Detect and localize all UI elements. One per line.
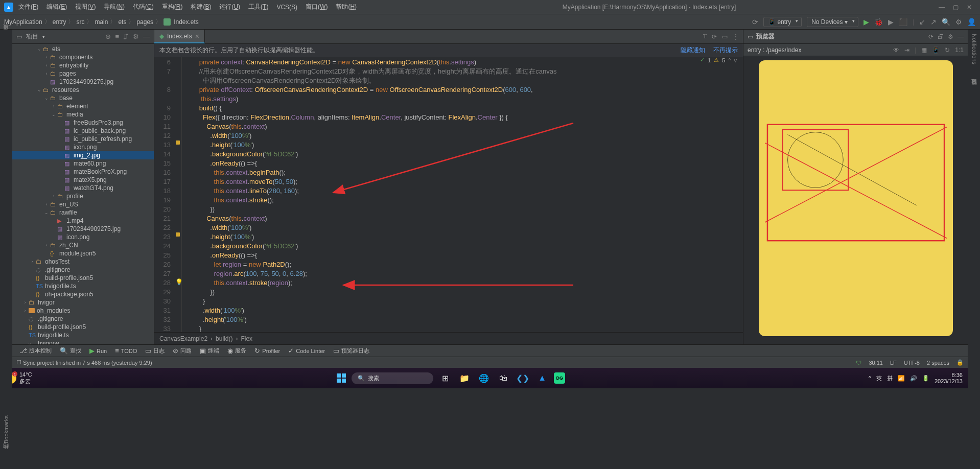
tool-vcs[interactable]: ⎇版本控制 (16, 346, 55, 356)
tree-item[interactable]: TShvigorfile.ts (12, 331, 154, 339)
project-tree[interactable]: ⌄🗀ets›🗀components›🗀entryability›🗀pages▨1… (12, 44, 154, 344)
tree-item[interactable]: ▨mate60.png (12, 159, 154, 168)
hide-preview-icon[interactable]: — (958, 33, 964, 40)
phone-icon[interactable]: 📱 (932, 46, 940, 54)
menu-refactor[interactable]: 重构(R) (159, 2, 186, 12)
ime-indicator[interactable]: 拼 (887, 374, 893, 382)
menu-view[interactable]: 视图(V) (72, 2, 99, 12)
tw-notifications[interactable]: Notifications (970, 32, 978, 66)
tree-item[interactable]: ▨ic_public_refresh.png (12, 135, 154, 143)
breadcrumb-item[interactable]: Index.ets (174, 18, 199, 26)
minimize-button[interactable]: — (939, 4, 945, 11)
inspection-marker[interactable] (176, 232, 180, 237)
commit-icon[interactable]: ↗ (930, 18, 937, 26)
tree-item[interactable]: ›🗀ohosTest (12, 257, 154, 266)
tree-item[interactable]: ▨mateBookProX.png (12, 168, 154, 176)
lang-indicator[interactable]: 英 (876, 374, 882, 382)
eye-icon[interactable]: 👁 (893, 46, 899, 54)
settings-icon[interactable]: ⚙ (955, 18, 962, 26)
tree-item[interactable]: {}build-profile.json5 (12, 323, 154, 331)
font-icon[interactable]: T (703, 33, 707, 40)
debug-icon[interactable]: 🐞 (874, 18, 883, 26)
breadcrumb-item[interactable]: ets (118, 18, 126, 26)
code-content[interactable]: private context: CanvasRenderingContext2… (182, 57, 743, 332)
breadcrumb-item[interactable]: pages (136, 18, 153, 26)
tree-item[interactable]: ›oh_modules (12, 307, 154, 315)
lock-icon[interactable]: 🔒 (956, 359, 964, 366)
tree-item[interactable]: ▨icon.png (12, 143, 154, 151)
datagrip-icon[interactable]: DG (554, 372, 565, 384)
menu-vcs[interactable]: VCS(S) (273, 3, 300, 12)
taskbar-search[interactable]: 🔍 搜索 (352, 372, 433, 384)
tool-log[interactable]: ▭日志 (142, 346, 168, 356)
tree-item[interactable]: TShvigorfile.ts (12, 282, 154, 290)
preview-settings-icon[interactable]: ⚙ (948, 33, 953, 40)
hide-notice-link[interactable]: 隐藏通知 (681, 46, 705, 55)
vscode-icon[interactable]: ❮❯ (515, 370, 530, 386)
tree-item[interactable]: ›🗀en_US (12, 200, 154, 208)
encoding[interactable]: UTF-8 (904, 360, 920, 366)
tree-item[interactable]: ⌄🗀ets (12, 45, 154, 53)
tw-project[interactable]: 项目 (1, 32, 11, 36)
avatar-icon[interactable]: 👤 (967, 18, 976, 26)
tree-item[interactable]: ⌄🗀resources (12, 86, 154, 94)
tree-item[interactable]: ›🗀profile (12, 192, 154, 200)
preview-canvas[interactable] (743, 56, 968, 344)
close-tab-icon[interactable]: × (195, 32, 199, 40)
coverage-icon[interactable]: ▶ (888, 18, 894, 26)
attach-icon[interactable]: ⬛ (899, 18, 907, 26)
rotate-icon[interactable]: ↻ (945, 46, 950, 54)
volume-icon[interactable]: 🔊 (910, 375, 917, 382)
tree-item[interactable]: ▨mateX5.png (12, 176, 154, 184)
code-editor[interactable]: ✓1 ⚠5 ^ v 67 8 9101112131415161718192021… (154, 57, 743, 332)
breadcrumb-item[interactable]: main (95, 18, 108, 26)
menu-run[interactable]: 运行(U) (216, 2, 243, 12)
preview-zoom-icon[interactable]: 🗗 (938, 33, 944, 40)
refresh-icon[interactable]: ⟳ (712, 33, 717, 40)
hide-panel-icon[interactable]: — (143, 33, 150, 40)
devices-dropdown[interactable]: No Devices ▾ (807, 17, 858, 27)
search-icon[interactable]: 🔍 (942, 18, 950, 26)
preview-refresh-icon[interactable]: ⟳ (928, 33, 934, 40)
inspection-marker[interactable] (176, 140, 180, 145)
crumb-method[interactable]: build() (216, 335, 232, 342)
tree-item[interactable]: ◌.gitignore (12, 266, 154, 274)
chevron-up-icon[interactable]: ^ (728, 57, 731, 63)
tree-item[interactable]: ◌.gitignore (12, 315, 154, 323)
tree-item[interactable]: ▨1702344909275.jpg (12, 78, 154, 86)
tree-item[interactable]: ▨icon.png (12, 233, 154, 241)
system-clock[interactable]: 8:36 2023/12/13 (935, 372, 963, 384)
tree-item[interactable]: ›🗀components (12, 53, 154, 61)
run-icon[interactable]: ▶ (864, 18, 869, 26)
menu-build[interactable]: 构建(B) (188, 2, 214, 12)
fit-icon[interactable]: 1:1 (955, 46, 964, 54)
tree-item[interactable]: ▨watchGT4.png (12, 184, 154, 192)
sync-icon[interactable]: ⟳ (752, 18, 758, 26)
tree-item[interactable]: ›🗀pages (12, 69, 154, 78)
tool-todo[interactable]: ≡TODO (112, 346, 140, 356)
tree-item[interactable]: ⌄🗀base (12, 94, 154, 102)
panel-settings-icon[interactable]: ⚙ (133, 33, 139, 40)
tree-item[interactable]: ▨1702344909275.jpg (12, 225, 154, 233)
menu-tools[interactable]: 工具(T) (245, 2, 271, 12)
indent[interactable]: 2 spaces (927, 360, 949, 366)
close-button[interactable]: ✕ (967, 4, 972, 11)
tool-profiler[interactable]: ↻Profiler (251, 346, 283, 356)
tree-item[interactable]: ›🗀entryability (12, 61, 154, 69)
breadcrumb-item[interactable]: src (76, 18, 84, 26)
explorer-icon[interactable]: 📁 (457, 370, 472, 386)
menu-navigate[interactable]: 导航(N) (101, 2, 128, 12)
tool-preview-log[interactable]: ▭预览器日志 (330, 346, 372, 356)
tool-find[interactable]: 🔍查找 (57, 346, 84, 356)
locate-icon[interactable]: ⊕ (105, 33, 111, 40)
tw-bookmarks[interactable]: Bookmarks (2, 413, 10, 445)
menu-edit[interactable]: 编辑(E) (43, 2, 70, 12)
expand-icon[interactable]: ≡ (115, 33, 119, 40)
tree-item[interactable]: ▨ic_public_back.png (12, 127, 154, 135)
store-icon[interactable]: 🛍 (496, 370, 511, 386)
collapse-icon[interactable]: ⇵ (123, 33, 129, 40)
deveco-icon[interactable]: ▲ (534, 370, 550, 386)
tree-item[interactable]: ▶1.mp4 (12, 217, 154, 225)
tool-run[interactable]: ▶Run (86, 346, 110, 356)
folder-icon[interactable]: ▭ (722, 33, 728, 40)
